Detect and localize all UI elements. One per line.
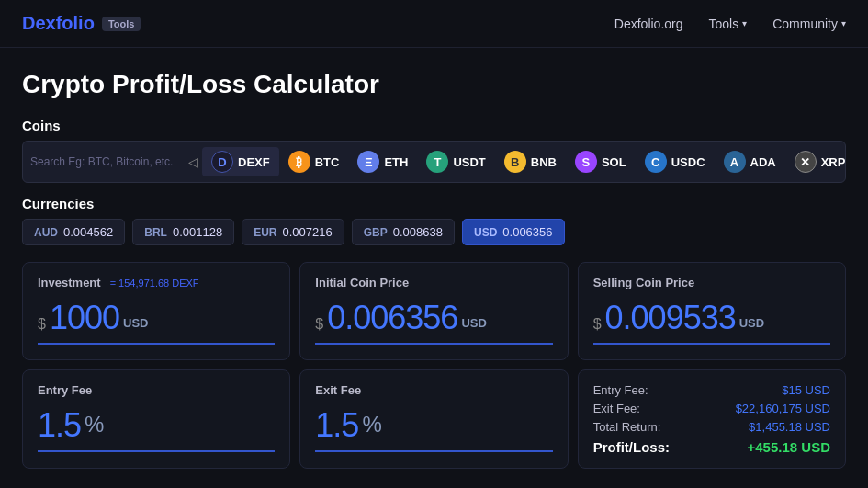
currencies-row: AUD 0.004562 BRL 0.001128 EUR 0.007216 G… bbox=[22, 219, 846, 245]
results-entry-fee-value: $15 USD bbox=[782, 383, 830, 397]
chevron-down-icon: ▾ bbox=[841, 18, 846, 28]
nav-community-link[interactable]: Community ▾ bbox=[772, 17, 846, 31]
entry-fee-percent: % bbox=[85, 412, 104, 437]
currencies-label: Currencies bbox=[22, 196, 846, 211]
selling-price-card: Selling Coin Price $ 0.009533 USD bbox=[578, 262, 846, 360]
coin-search-wrapper[interactable]: Search Eg: BTC, Bitcoin, etc. bbox=[30, 155, 177, 168]
investment-label: Investment = 154,971.68 DEXF bbox=[38, 276, 275, 289]
entry-fee-input-row[interactable]: 1.5 % bbox=[38, 406, 275, 452]
coin-item-bnb[interactable]: B BNB bbox=[495, 147, 566, 176]
coin-item-usdc[interactable]: C USDC bbox=[636, 147, 715, 176]
currency-gbp[interactable]: GBP 0.008638 bbox=[352, 219, 455, 245]
coins-row: Search Eg: BTC, Bitcoin, etc. ◁ D DEXF ₿… bbox=[22, 141, 846, 183]
currency-brl[interactable]: BRL 0.001128 bbox=[132, 219, 234, 245]
results-entry-fee-label: Entry Fee: bbox=[593, 383, 648, 397]
coin-item-xrp[interactable]: ✕ XRP bbox=[785, 147, 846, 176]
investment-input-row[interactable]: $ 1000 USD bbox=[38, 299, 275, 345]
coin-label-btc: BTC bbox=[315, 155, 340, 169]
results-card: Entry Fee: $15 USD Exit Fee: $22,160,175… bbox=[578, 369, 846, 469]
results-entry-fee-row: Entry Fee: $15 USD bbox=[593, 383, 830, 397]
results-total-return-label: Total Return: bbox=[593, 420, 661, 434]
coin-item-ada[interactable]: A ADA bbox=[715, 147, 785, 176]
currency-aud[interactable]: AUD 0.004562 bbox=[22, 219, 125, 245]
coin-label-ada: ADA bbox=[750, 155, 776, 169]
coins-left-arrow[interactable]: ◁ bbox=[185, 154, 202, 169]
nav-links: Dexfolio.org Tools ▾ Community ▾ bbox=[614, 17, 846, 31]
exit-fee-label: Exit Fee bbox=[315, 383, 552, 397]
footer: Powered by CoinGecko API bbox=[22, 480, 846, 488]
coin-search-placeholder: Search Eg: BTC, Bitcoin, etc. bbox=[30, 155, 173, 168]
initial-price-card: Initial Coin Price $ 0.006356 USD bbox=[299, 262, 568, 360]
entry-fee-value[interactable]: 1.5 bbox=[38, 406, 81, 445]
results-exit-fee-row: Exit Fee: $22,160,175 USD bbox=[593, 402, 830, 415]
exit-fee-card: Exit Fee 1.5 % bbox=[299, 369, 568, 469]
xrp-icon: ✕ bbox=[795, 151, 817, 173]
selling-price-input-row[interactable]: $ 0.009533 USD bbox=[593, 299, 830, 345]
calc-top-row: Investment = 154,971.68 DEXF $ 1000 USD … bbox=[22, 262, 846, 360]
coin-item-eth[interactable]: Ξ ETH bbox=[348, 147, 417, 176]
chevron-down-icon: ▾ bbox=[742, 18, 747, 28]
dexf-icon: D bbox=[211, 151, 233, 173]
selling-price-label: Selling Coin Price bbox=[593, 276, 830, 289]
selling-price-dollar-sign: $ bbox=[593, 316, 602, 333]
coin-label-bnb: BNB bbox=[531, 155, 557, 169]
investment-value[interactable]: 1000 bbox=[50, 299, 119, 337]
navbar: Dexfolio Tools Dexfolio.org Tools ▾ Comm… bbox=[0, 0, 868, 48]
coin-label-usdc: USDC bbox=[671, 155, 705, 169]
usdt-icon: T bbox=[426, 151, 448, 173]
main-content: Crypto Profit/Loss Calculator Coins Sear… bbox=[0, 48, 868, 488]
investment-equiv: = 154,971.68 DEXF bbox=[110, 278, 199, 289]
investment-currency: USD bbox=[123, 316, 148, 330]
page-title: Crypto Profit/Loss Calculator bbox=[22, 70, 846, 99]
investment-dollar-sign: $ bbox=[38, 316, 46, 333]
eth-icon: Ξ bbox=[357, 151, 379, 173]
exit-fee-value[interactable]: 1.5 bbox=[315, 406, 358, 445]
initial-price-label: Initial Coin Price bbox=[315, 276, 552, 289]
usdc-icon: C bbox=[645, 151, 667, 173]
initial-price-currency: USD bbox=[461, 316, 486, 330]
nav-logo-area: Dexfolio Tools bbox=[22, 13, 141, 34]
results-total-return-value: $1,455.18 USD bbox=[749, 420, 830, 434]
coin-label-dexf: DEXF bbox=[238, 155, 270, 169]
initial-price-dollar-sign: $ bbox=[315, 316, 323, 333]
coin-label-usdt: USDT bbox=[453, 155, 485, 169]
entry-fee-label: Entry Fee bbox=[38, 383, 275, 397]
coins-label: Coins bbox=[22, 118, 846, 133]
currency-usd[interactable]: USD 0.006356 bbox=[462, 219, 565, 245]
bnb-icon: B bbox=[504, 151, 526, 173]
nav-dexfolio-link[interactable]: Dexfolio.org bbox=[614, 17, 683, 31]
results-profit-label: Profit/Loss: bbox=[593, 439, 670, 455]
tools-badge: Tools bbox=[102, 17, 141, 31]
initial-price-input-row[interactable]: $ 0.006356 USD bbox=[315, 299, 552, 345]
results-total-return-row: Total Return: $1,455.18 USD bbox=[593, 420, 830, 434]
ada-icon: A bbox=[724, 151, 746, 173]
exit-fee-percent: % bbox=[362, 412, 381, 437]
coin-item-btc[interactable]: ₿ BTC bbox=[279, 147, 349, 176]
coin-item-dexf[interactable]: D DEXF bbox=[202, 147, 279, 176]
selling-price-value[interactable]: 0.009533 bbox=[605, 299, 736, 337]
results-profit-value: +455.18 USD bbox=[748, 439, 830, 455]
coin-item-sol[interactable]: S SOL bbox=[566, 147, 636, 176]
nav-tools-link[interactable]: Tools ▾ bbox=[709, 17, 748, 31]
coin-label-xrp: XRP bbox=[821, 155, 846, 169]
results-exit-fee-label: Exit Fee: bbox=[593, 402, 640, 415]
entry-fee-card: Entry Fee 1.5 % bbox=[22, 369, 290, 469]
selling-price-currency: USD bbox=[739, 316, 764, 330]
logo: Dexfolio bbox=[22, 13, 95, 34]
calc-bottom-row: Entry Fee 1.5 % Exit Fee 1.5 % Entry Fee… bbox=[22, 369, 846, 469]
results-exit-fee-value: $22,160,175 USD bbox=[736, 402, 830, 415]
coin-label-sol: SOL bbox=[602, 155, 626, 169]
initial-price-value[interactable]: 0.006356 bbox=[327, 299, 457, 337]
investment-card: Investment = 154,971.68 DEXF $ 1000 USD bbox=[22, 262, 290, 360]
exit-fee-input-row[interactable]: 1.5 % bbox=[315, 406, 552, 452]
currency-eur[interactable]: EUR 0.007216 bbox=[242, 219, 344, 245]
coin-label-eth: ETH bbox=[384, 155, 408, 169]
results-profit-row: Profit/Loss: +455.18 USD bbox=[593, 439, 830, 455]
sol-icon: S bbox=[575, 151, 597, 173]
logo-text: Dexfolio bbox=[22, 13, 95, 33]
coin-item-usdt[interactable]: T USDT bbox=[417, 147, 494, 176]
btc-icon: ₿ bbox=[288, 151, 310, 173]
